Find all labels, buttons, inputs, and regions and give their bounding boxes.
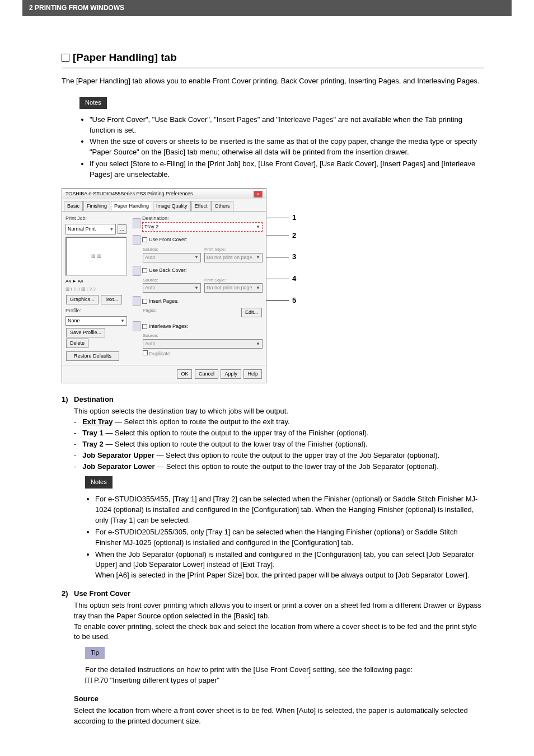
note-item: When the size of covers or sheets to be … — [90, 137, 484, 158]
def-destination-desc: This option selects the destination tray… — [74, 406, 484, 417]
printjob-label: Print Job: — [65, 215, 87, 221]
back-cover-icon — [133, 266, 140, 276]
front-source-select[interactable]: Auto▼ — [143, 253, 201, 262]
cancel-button[interactable]: Cancel — [195, 369, 218, 379]
use-front-cover-label: Use Front Cover: — [149, 236, 188, 243]
chevron-down-icon: ▼ — [110, 226, 114, 233]
option-tray-2: Tray 2 — Select this option to route the… — [74, 439, 484, 450]
dialog-titlebar: TOSHIBA e-STUDIO455Series PS3 Printing P… — [62, 189, 266, 199]
edit-button[interactable]: Edit... — [241, 308, 262, 317]
tab-basic[interactable]: Basic — [64, 201, 83, 211]
option-exit-tray: Exit Tray — Select this option to route … — [74, 417, 484, 428]
profile-label: Profile: — [65, 308, 81, 313]
tab-others[interactable]: Others — [211, 201, 233, 211]
duplicate-label: Duplicate — [149, 351, 171, 356]
ok-button[interactable]: OK — [177, 369, 192, 379]
interleave-source-select[interactable]: Auto▼ — [143, 339, 263, 349]
def-front-cover-desc1: This option sets front cover printing wh… — [74, 600, 484, 622]
section-title: [Paper Handling] tab — [62, 50, 484, 68]
destination-icon — [133, 218, 140, 228]
dialog-title: TOSHIBA e-STUDIO455Series PS3 Printing P… — [65, 190, 193, 198]
front-style-select[interactable]: Do not print on page▼ — [204, 253, 263, 262]
interleave-icon — [133, 321, 140, 331]
tab-finishing[interactable]: Finishing — [83, 201, 110, 211]
intro-paragraph: The [Paper Handling] tab allows you to e… — [62, 76, 484, 87]
notes-badge: Notes — [85, 476, 113, 489]
graphics-button[interactable]: Graphics... — [66, 295, 99, 304]
close-icon[interactable]: × — [254, 191, 263, 198]
profile-select[interactable]: None▼ — [65, 316, 127, 326]
insert-pages-field-label: Pages: — [143, 307, 201, 314]
preview-thumbnail: ▥ ▥ — [65, 237, 127, 276]
insert-pages-label: Insert Pages: — [149, 298, 179, 305]
source-desc: Select the location from where a front c… — [74, 706, 484, 727]
delete-button[interactable]: Delete — [66, 339, 88, 348]
destination-select[interactable]: Tray 2▼ — [142, 222, 263, 232]
option-job-sep-lower: Job Separator Lower — Select this option… — [74, 462, 484, 472]
window-controls[interactable]: × — [253, 190, 263, 198]
back-source-label: Source: — [143, 277, 201, 284]
tip-badge: Tip — [85, 647, 105, 659]
dialog-screenshot: TOSHIBA e-STUDIO455Series PS3 Printing P… — [62, 188, 484, 384]
printjob-details-button[interactable]: ... — [118, 224, 127, 234]
save-profile-button[interactable]: Save Profile... — [66, 328, 105, 337]
help-button[interactable]: Help — [243, 369, 262, 379]
front-source-label: Source: — [143, 246, 201, 253]
callout-2: 2 — [266, 231, 296, 241]
callout-3: 3 — [266, 252, 296, 262]
interleave-checkbox[interactable] — [142, 324, 147, 329]
use-back-cover-label: Use Back Cover: — [149, 267, 187, 274]
tip-reference: P.70 "Inserting different types of paper… — [85, 675, 484, 686]
text-button[interactable]: Text... — [101, 295, 122, 304]
breadcrumb-text: 2 PRINTING FROM WINDOWS — [29, 4, 124, 12]
chevron-down-icon: ▼ — [120, 318, 125, 325]
insert-pages-icon — [133, 296, 140, 306]
back-style-select[interactable]: Do not print on page▼ — [204, 283, 263, 293]
tab-paper-handling[interactable]: Paper Handling — [111, 201, 152, 211]
restore-defaults-button[interactable]: Restore Defaults — [66, 351, 119, 361]
square-bullet-icon — [62, 54, 69, 62]
tab-image-quality[interactable]: Image Quality — [153, 201, 191, 211]
apply-button[interactable]: Apply — [221, 369, 241, 379]
tab-effect[interactable]: Effect — [191, 201, 211, 211]
option-tray-1: Tray 1 — Select this option to route the… — [74, 428, 484, 439]
book-icon — [85, 678, 92, 683]
callout-5: 5 — [266, 295, 296, 306]
front-style-label: Print Style: — [204, 246, 263, 253]
front-cover-icon — [133, 235, 140, 245]
chevron-down-icon: ▼ — [256, 224, 260, 231]
use-back-cover-checkbox[interactable] — [142, 268, 147, 273]
callout-4: 4 — [266, 274, 296, 284]
def-front-cover-desc2: To enable cover printing, select the che… — [74, 622, 484, 643]
note-item: For e-STUDIO205L/255/305, only [Tray 1] … — [95, 527, 484, 548]
note-item: When the Job Separator (optional) is ins… — [95, 550, 484, 581]
back-style-label: Print Style: — [204, 277, 263, 284]
breadcrumb-bar: 2 PRINTING FROM WINDOWS — [22, 0, 512, 16]
back-source-select[interactable]: Auto▼ — [143, 283, 201, 293]
callout-1: 1 — [266, 213, 296, 223]
source-head: Source — [74, 694, 484, 705]
duplicate-checkbox[interactable] — [143, 350, 148, 355]
def-destination-head: 1)Destination — [62, 395, 484, 405]
printjob-select[interactable]: Normal Print▼ — [65, 224, 116, 234]
insert-pages-checkbox[interactable] — [142, 299, 147, 304]
def-front-cover-head: 2)Use Front Cover — [62, 589, 484, 599]
note-item: If you select [Store to e-Filing] in the… — [90, 159, 484, 180]
notes-badge: Notes — [79, 97, 107, 109]
tip-line1: For the detailed instructions on how to … — [85, 665, 484, 675]
paper-info: A4 ► A4 — [65, 278, 127, 285]
interleave-source-label: Source: — [143, 332, 263, 339]
use-front-cover-checkbox[interactable] — [142, 237, 147, 242]
interleave-label: Interleave Pages: — [149, 323, 188, 330]
destination-label: Destination: — [142, 215, 263, 222]
note-item: "Use Front Cover", "Use Back Cover", "In… — [90, 115, 484, 136]
note-item: For e-STUDIO355/455, [Tray 1] and [Tray … — [95, 494, 484, 526]
option-job-sep-upper: Job Separator Upper — Select this option… — [74, 450, 484, 461]
